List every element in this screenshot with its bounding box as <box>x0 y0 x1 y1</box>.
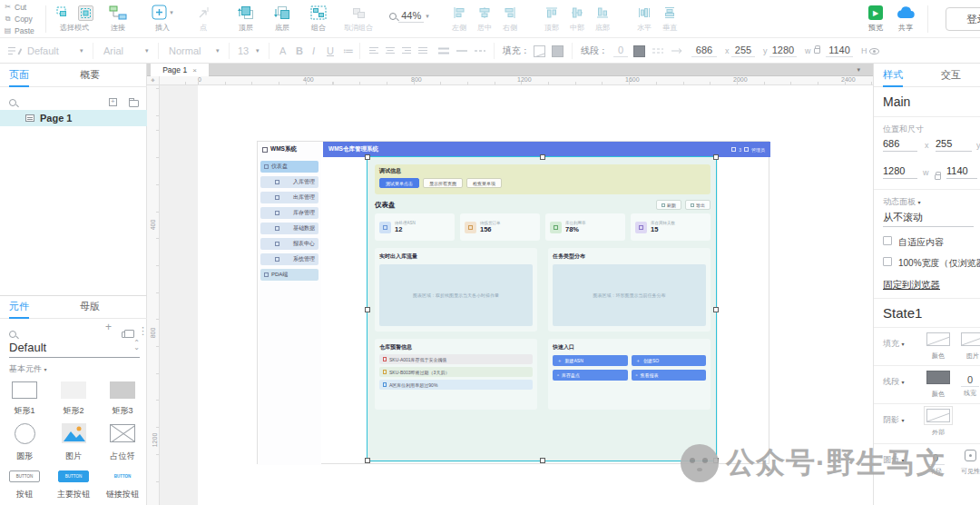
chevron-down-icon[interactable]: ▾ <box>216 38 220 64</box>
chevron-down-icon[interactable]: ▾ <box>145 38 149 64</box>
pin-to-browser-link[interactable]: 固定到浏览器 <box>883 279 940 292</box>
scroll-mode-select[interactable]: 从不滚动 <box>883 211 974 227</box>
line-width-value[interactable]: 0 <box>613 38 628 64</box>
list-button[interactable]: ≔ <box>343 38 354 64</box>
text-align-center-button[interactable] <box>385 38 396 64</box>
zoom-level-value[interactable]: 44% <box>398 10 424 23</box>
share-button[interactable]: 共享 <box>891 4 920 33</box>
text-align-right-button[interactable] <box>401 38 412 64</box>
shadow-outer-swatch[interactable]: 外部 <box>926 409 950 437</box>
close-tab-icon[interactable]: × <box>192 66 197 74</box>
wms-menu-system[interactable]: 系统管理 <box>260 253 318 265</box>
insert-button[interactable]: ▾ 插入 <box>143 4 181 33</box>
tab-masters[interactable]: 母版 <box>80 300 100 313</box>
canvas-tab-page1[interactable]: Page 1 × <box>151 64 209 76</box>
chevron-down-icon[interactable]: ▾ <box>170 9 173 16</box>
distribute-vertical-button[interactable]: 垂直 <box>657 4 682 33</box>
line-spacing-button[interactable] <box>437 38 450 64</box>
send-to-back-button[interactable]: 底层 <box>267 4 298 33</box>
add-folder-icon[interactable] <box>129 94 139 111</box>
ruler-origin-icon[interactable]: ⌖ <box>147 76 160 85</box>
y-input[interactable]: 255 <box>936 138 972 152</box>
align-left-button[interactable]: 左侧 <box>446 4 472 33</box>
selection-handle[interactable] <box>713 307 719 312</box>
text-justify-button[interactable] <box>417 38 428 64</box>
x-position-input[interactable]: 686 <box>691 38 717 64</box>
login-button[interactable]: 登录 <box>946 7 980 31</box>
selection-handle[interactable] <box>365 458 370 463</box>
underline-button[interactable]: U <box>327 38 334 64</box>
chevron-down-icon[interactable]: ▾ <box>80 38 83 64</box>
tab-outline[interactable]: 概要 <box>80 68 100 82</box>
point-tool-button[interactable]: 点 <box>191 4 216 33</box>
align-top-button[interactable]: 顶部 <box>539 4 564 33</box>
wms-menu-inbound[interactable]: 入库管理 <box>260 176 318 188</box>
font-size-select[interactable]: 13 <box>238 38 249 64</box>
line-color-swatch[interactable] <box>633 38 645 64</box>
group-button[interactable]: 组合 <box>303 4 334 33</box>
selection-handle[interactable] <box>365 154 370 160</box>
line-width-field[interactable]: 0 线宽 <box>961 371 979 398</box>
height-input[interactable]: 1140 <box>946 165 977 179</box>
font-family-select[interactable]: Arial <box>103 38 123 64</box>
bell-icon[interactable] <box>731 147 736 152</box>
style-preset-select[interactable]: Default <box>27 38 59 64</box>
selection-handle[interactable] <box>713 154 719 160</box>
italic-button[interactable]: I <box>312 38 315 64</box>
x-input[interactable]: 686 <box>883 138 917 152</box>
component-primary-button[interactable]: BUTTON 主要按钮 <box>49 467 98 500</box>
zoom-control[interactable]: 44% ▾ <box>381 9 437 24</box>
fill-image-swatch[interactable]: 图片 <box>961 332 980 361</box>
height-input[interactable]: 1140 <box>826 38 853 64</box>
align-center-button[interactable]: 居中 <box>472 4 497 33</box>
font-weight-select[interactable]: Normal <box>169 38 201 64</box>
arrow-style-button[interactable] <box>670 38 682 64</box>
line-dashed-button[interactable] <box>474 38 486 64</box>
ungroup-button[interactable]: 取消组合 <box>338 4 379 33</box>
y-position-input[interactable]: 255 <box>731 38 755 64</box>
add-page-icon[interactable] <box>109 94 117 110</box>
tab-overflow-icon[interactable]: ▾ <box>857 66 860 74</box>
bold-button[interactable]: B <box>296 38 303 64</box>
text-align-left-button[interactable] <box>368 38 379 64</box>
lock-aspect-icon[interactable] <box>811 38 823 64</box>
fill-color-swatch[interactable] <box>534 38 545 64</box>
select-mode-button[interactable]: 选择模式 <box>51 4 98 33</box>
component-rect3[interactable]: 矩形3 <box>98 378 147 417</box>
selection-handle[interactable] <box>540 458 545 463</box>
paste-button[interactable]: ▤Paste <box>2 25 44 36</box>
lock-aspect-icon[interactable] <box>932 167 944 183</box>
line-solid-button[interactable] <box>456 38 468 64</box>
wms-menu-pda[interactable]: PDA端 <box>260 269 318 281</box>
copy-button[interactable]: ⧉Copy <box>2 13 44 25</box>
wms-menu-outbound[interactable]: 出库管理 <box>260 192 318 203</box>
tab-style[interactable]: 样式 <box>883 68 903 82</box>
width-input[interactable]: 1280 <box>883 165 917 179</box>
wms-menu-dashboard[interactable]: 仪表盘 <box>260 161 318 173</box>
full-width-checkbox[interactable] <box>883 257 892 266</box>
single-select-icon[interactable] <box>78 5 93 21</box>
library-select[interactable]: Default ⌃⌄ <box>9 341 140 358</box>
fit-content-checkbox[interactable] <box>883 236 892 245</box>
page-tree-item[interactable]: Page 1 <box>0 110 147 126</box>
font-color-button[interactable]: A <box>279 38 286 64</box>
library-stack-icon[interactable] <box>122 325 130 342</box>
wms-menu-reports[interactable]: 报表中心 <box>260 238 318 250</box>
line-color-swatch[interactable]: 颜色 <box>926 371 950 399</box>
align-middle-button[interactable]: 中部 <box>564 4 590 33</box>
selection-outline[interactable] <box>367 156 717 461</box>
component-image[interactable]: 图片 <box>49 420 98 462</box>
cut-button[interactable]: ✂Cut <box>2 1 44 13</box>
category-header[interactable]: 基本元件 ▾ <box>9 363 47 375</box>
fill-color-swatch[interactable]: 颜色 <box>926 332 950 361</box>
visibility-toggle[interactable]: 可见性 <box>961 449 980 476</box>
component-button[interactable]: BUTTON 按钮 <box>0 467 49 500</box>
preview-button[interactable]: ▶ 预览 <box>862 4 889 33</box>
pages-search-icon[interactable] <box>9 94 16 110</box>
connect-button[interactable]: 连接 <box>102 4 134 33</box>
align-right-button[interactable]: 右侧 <box>497 4 523 33</box>
bring-to-front-button[interactable]: 顶层 <box>230 4 261 33</box>
chevron-down-icon[interactable]: ▾ <box>256 38 260 64</box>
wms-menu-basedata[interactable]: 基础数据 <box>260 223 318 234</box>
chevron-down-icon[interactable]: ▾ <box>426 13 429 20</box>
